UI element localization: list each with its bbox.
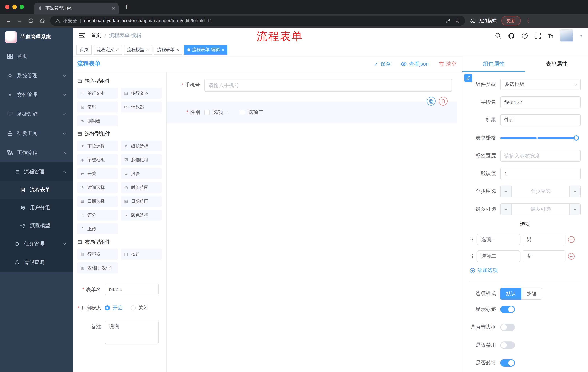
save-button[interactable]: ✓ 保存 [374,61,390,67]
title-input[interactable] [500,114,581,126]
option-label-input[interactable] [477,234,520,245]
avatar-caret-icon[interactable]: ▾ [580,33,582,38]
reload-icon[interactable] [28,18,34,24]
style-default-button[interactable]: 默认 [500,288,521,299]
palette-item-single-line-text[interactable]: ▭单行文本 [77,88,118,99]
drag-handle-icon[interactable] [469,237,474,242]
sidebar-item-leave-query[interactable]: 请假查询 [0,253,73,272]
field-name-input[interactable] [500,96,581,108]
tag-close-icon[interactable]: × [221,47,224,52]
slider-handle[interactable] [574,135,579,140]
form-name-input[interactable] [105,284,159,295]
traffic-zoom-button[interactable] [20,5,24,9]
remove-option-button[interactable]: − [568,236,575,243]
palette-item-multi-line-text[interactable]: ▤多行文本 [121,88,162,99]
help-icon[interactable] [521,32,528,39]
hamburger-icon[interactable] [79,33,85,39]
tab-close-icon[interactable]: × [112,5,115,11]
form-remark-textarea[interactable]: 嘿嘿 [105,321,159,344]
palette-item-radio-group[interactable]: ◉单选框组 [77,154,118,165]
checkbox[interactable] [204,110,210,115]
tab-form-props[interactable]: 表单属性 [525,56,588,72]
back-icon[interactable]: ← [5,18,12,24]
palette-item-checkbox-group[interactable]: ☑多选框组 [121,154,162,165]
sidebar-item-payment[interactable]: ¥ 支付管理 [0,85,73,105]
checkbox[interactable] [240,110,245,115]
url-box[interactable]: 不安全 | dashboard.yudao.iocoder.cn/bpm/man… [50,16,465,26]
palette-item-counter[interactable]: 123计数器 [121,102,162,112]
sidebar-item-task-mgmt[interactable]: 任务管理 [0,234,73,253]
palette-item-time-range[interactable]: ◴时间范围 [121,182,162,193]
sidebar-logo[interactable]: 芋道管理系统 [0,28,73,47]
palette-item-switch[interactable]: ⇌开关 [77,168,118,179]
copy-field-button[interactable] [427,97,436,106]
palette-item-row-container[interactable]: ▥行容器 [77,249,118,260]
traffic-minimize-button[interactable] [12,5,17,9]
palette-item-date-range[interactable]: ▧日期范围 [121,196,162,207]
decrease-button[interactable]: − [501,204,512,215]
palette-item-time-picker[interactable]: ◷时间选择 [77,182,118,193]
link-badge[interactable] [464,74,472,82]
github-icon[interactable] [508,32,515,39]
search-icon[interactable] [495,32,501,39]
increase-button[interactable]: + [569,186,580,197]
palette-item-rate[interactable]: ☆评分 [77,210,118,221]
gender-option-1[interactable]: 选项一 [204,109,228,116]
sidebar-item-home[interactable]: 首页 [0,47,73,66]
tag-process-form[interactable]: 流程表单 × [154,45,182,54]
component-type-select[interactable]: 多选框组 [500,79,581,90]
palette-item-table-dev[interactable]: ⊞表格[开发中] [77,262,118,273]
border-switch[interactable] [500,324,515,331]
option-label-input[interactable] [477,250,520,262]
gender-option-2[interactable]: 选项二 [240,109,263,116]
tag-process-definition[interactable]: 流程定义 × [94,45,122,54]
palette-item-password[interactable]: ⊡密码 [77,102,118,112]
clear-button[interactable]: 清空 [439,61,456,67]
option-value-input[interactable] [523,234,566,245]
phone-input[interactable] [204,79,452,92]
sidebar-item-system[interactable]: 系统管理 [0,66,73,85]
traffic-close-button[interactable] [5,5,10,9]
tag-close-icon[interactable]: × [177,47,179,52]
palette-item-date-picker[interactable]: ▦日期选择 [77,196,118,207]
tag-process-model[interactable]: 流程模型 × [124,45,152,54]
palette-item-rich-editor[interactable]: ✎编辑器 [77,115,118,126]
field-gender-selected[interactable]: 性别 选项一 选项二 [167,102,457,123]
browser-tab[interactable]: 芋道管理系统 × [34,2,119,14]
option-value-input[interactable] [523,250,566,262]
tag-process-form-edit[interactable]: 流程表单-编辑 × [184,45,227,54]
palette-item-upload[interactable]: ⇧上传 [77,223,118,234]
palette-item-button[interactable]: ▢按钮 [121,249,162,260]
tag-close-icon[interactable]: × [116,47,119,52]
sidebar-item-process-mgmt[interactable]: 流程管理 [0,162,73,181]
forward-icon[interactable]: → [16,18,23,24]
browser-menu-icon[interactable]: ⋮ [525,18,531,24]
breadcrumb-home[interactable]: 首页 [91,32,101,39]
sidebar-item-infra[interactable]: 基础设施 [0,105,73,124]
sidebar-item-devtools[interactable]: 研发工具 [0,124,73,143]
palette-item-slider[interactable]: ↔滑块 [121,168,162,179]
tag-home[interactable]: 首页 [76,45,92,54]
slider-track[interactable] [500,137,578,139]
style-button-button[interactable]: 按钮 [521,288,542,299]
palette-item-color-picker[interactable]: ◑颜色选择 [121,210,162,221]
status-off-radio[interactable]: 关闭 [131,305,148,311]
bookmark-star-icon[interactable]: ☆ [455,18,460,24]
field-phone[interactable]: 手机号 [167,79,452,92]
show-label-switch[interactable] [500,306,515,313]
default-value-input[interactable] [500,168,581,180]
update-button[interactable]: 更新 [501,16,521,25]
decrease-button[interactable]: − [501,186,512,197]
grid-slider[interactable] [500,132,581,144]
sidebar-item-process-model[interactable]: 流程模型 [0,217,73,234]
sidebar-item-workflow[interactable]: 工作流程 [0,143,73,162]
fullscreen-icon[interactable] [535,32,541,39]
disabled-switch[interactable] [500,341,515,349]
sidebar-item-process-form[interactable]: 流程表单 [0,181,73,199]
delete-field-button[interactable] [439,97,448,106]
password-key-icon[interactable] [445,18,451,23]
tab-component-props[interactable]: 组件属性 [462,56,525,72]
max-select-value[interactable]: 最多可选 [512,204,569,215]
min-select-value[interactable]: 至少应选 [512,186,569,197]
drag-handle-icon[interactable] [469,254,474,259]
